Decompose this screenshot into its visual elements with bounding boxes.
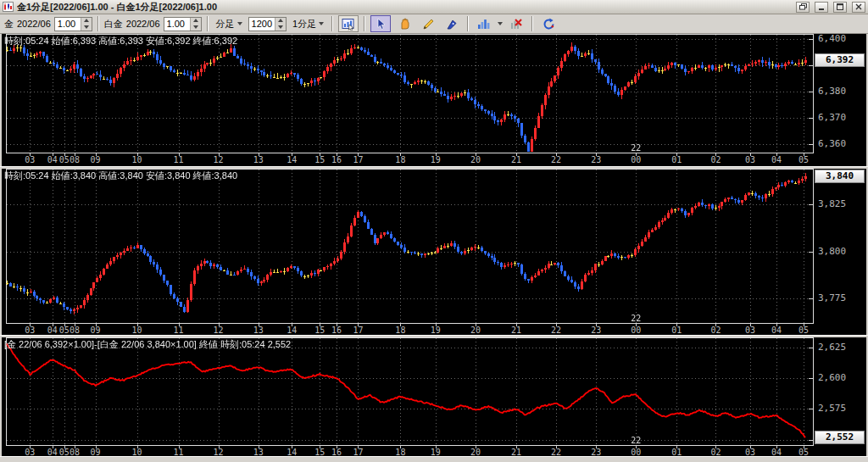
- x-axis-hour-label: 03: [745, 448, 755, 457]
- x-axis-hour-label: 14: [287, 448, 297, 457]
- x-axis-hour-label: 22: [551, 326, 561, 335]
- x-axis-hour-label: 01: [671, 448, 682, 457]
- x-axis-hour-label: 02: [710, 448, 721, 457]
- x-axis-hour-label: 20: [470, 448, 481, 457]
- x-axis-hour-label: 16: [331, 155, 342, 164]
- x-axis-hour-label: 08: [70, 448, 80, 457]
- y-axis-label: 6,380: [818, 86, 846, 97]
- y-axis-label: 3,825: [818, 198, 846, 209]
- x-axis-date-label: 22: [631, 436, 641, 445]
- x-axis-hour-label: 18: [395, 326, 405, 335]
- platinum-multiplier-spinner[interactable]: 1.00: [164, 17, 202, 31]
- gold-contract-month: 2022/06: [17, 19, 51, 29]
- x-axis-hour-label: 09: [91, 155, 101, 164]
- x-axis-hour-label: 04: [47, 326, 58, 335]
- platinum-plot-area: 時刻:05:24 始値:3,840 高値:3,840 安値:3,840 終値:3…: [2, 169, 814, 324]
- toolbar-separator: [97, 16, 99, 31]
- toolbar-separator: [531, 16, 533, 31]
- x-axis-hour-label: 02: [710, 155, 721, 164]
- chart-application-window: 金1分足[2022/06]1.00 - 白金1分足[2022/06]1.00 金…: [0, 0, 868, 462]
- x-axis-hour-label: 12: [214, 326, 224, 335]
- x-axis-hour-label: 10: [132, 326, 142, 335]
- gold-multiplier-value[interactable]: 1.00: [55, 18, 81, 31]
- x-axis-hour-label: 05: [59, 326, 70, 335]
- gold-multiplier-spinner[interactable]: 1.00: [54, 17, 92, 31]
- spread-price-axis: 2,6252,6002,5752,552: [814, 337, 868, 456]
- x-axis-hour-label: 01: [671, 326, 682, 335]
- delete-drawings-button[interactable]: [506, 15, 526, 32]
- pan-hand-button[interactable]: [394, 15, 415, 32]
- window-resize-strip: [0, 456, 868, 462]
- platinum-chart-canvas[interactable]: [2, 169, 814, 324]
- x-axis-hour-label: 13: [253, 155, 264, 164]
- gold-chart-canvas[interactable]: [2, 34, 814, 153]
- gold-chart-panel: 時刻:05:24 始値:6,393 高値:6,393 安値:6,392 終値:6…: [0, 34, 868, 166]
- x-axis-hour-label: 16: [331, 448, 342, 457]
- toolbar-separator: [467, 16, 469, 31]
- x-axis-hour-label: 05: [798, 326, 809, 335]
- x-axis-hour-label: 18: [395, 448, 405, 457]
- x-axis-hour-label: 17: [353, 155, 363, 164]
- gold-multiplier-arrows[interactable]: [81, 18, 92, 31]
- refresh-button[interactable]: [538, 15, 559, 32]
- platinum-symbol-label: 白金: [104, 18, 123, 31]
- platinum-multiplier-value[interactable]: 1.00: [164, 18, 190, 31]
- x-axis-hour-label: 22: [551, 155, 561, 164]
- spread-chart-panel: [金 22/06 6,392×1.00]-[白金 22/06 3,840×1.0…: [0, 337, 868, 456]
- pen-button[interactable]: [442, 15, 462, 32]
- y-axis-label: 3,775: [818, 292, 846, 303]
- x-axis-hour-label: 03: [745, 326, 755, 335]
- x-axis-hour-label: 19: [431, 448, 441, 457]
- x-axis-hour-label: 11: [173, 155, 183, 164]
- x-axis-hour-label: 15: [314, 448, 325, 457]
- spread-time-axis: 0304050809101112131415161718192021222300…: [2, 446, 814, 456]
- platinum-price-axis: 3,8253,8003,7753,840: [814, 169, 868, 335]
- bar-chart-dropdown-caret[interactable]: [498, 22, 503, 25]
- interval-dropdown[interactable]: 1分足: [290, 16, 326, 31]
- platinum-contract-month: 2022/06: [126, 19, 160, 29]
- spread-chart-canvas[interactable]: [2, 337, 814, 446]
- float-window-button[interactable]: [796, 2, 810, 13]
- x-axis-hour-label: 04: [771, 448, 782, 457]
- select-arrow-button[interactable]: [370, 15, 391, 32]
- x-axis-hour-label: 04: [47, 448, 58, 457]
- bar-chart-button[interactable]: [474, 15, 494, 32]
- x-axis-date-label: 22: [631, 314, 641, 323]
- x-axis-hour-label: 00: [631, 155, 641, 164]
- x-axis-hour-label: 18: [395, 155, 405, 164]
- title-bar: 金1分足[2022/06]1.00 - 白金1分足[2022/06]1.00: [0, 0, 868, 14]
- platinum-ohlc-readout: 時刻:05:24 始値:3,840 高値:3,840 安値:3,840 終値:3…: [4, 170, 237, 182]
- bar-count-arrows[interactable]: [275, 18, 286, 31]
- close-button[interactable]: [852, 2, 865, 13]
- x-axis-hour-label: 12: [214, 155, 224, 164]
- platinum-multiplier-arrows[interactable]: [190, 18, 201, 31]
- y-axis-label: 6,370: [818, 112, 846, 123]
- x-axis-hour-label: 01: [671, 155, 682, 164]
- x-axis-hour-label: 15: [314, 326, 325, 335]
- x-axis-hour-label: 10: [132, 448, 142, 457]
- bar-count-spinner[interactable]: 1200: [248, 17, 287, 31]
- x-axis-hour-label: 19: [431, 326, 441, 335]
- x-axis-hour-label: 11: [173, 448, 183, 457]
- pencil-button[interactable]: [418, 15, 438, 32]
- minimize-button[interactable]: [815, 2, 828, 13]
- y-axis-label: 6,360: [818, 138, 846, 149]
- x-axis-hour-label: 21: [511, 155, 521, 164]
- toolbar-separator: [364, 16, 365, 31]
- y-axis-label: 2,600: [818, 372, 846, 383]
- x-axis-hour-label: 23: [591, 448, 601, 457]
- bar-type-label: 分足: [216, 18, 235, 31]
- chart-mode-button[interactable]: [338, 15, 359, 32]
- x-axis-hour-label: 05: [59, 448, 70, 457]
- x-axis-hour-label: 20: [470, 326, 481, 335]
- gold-time-axis: 0304050809101112131415161718192021222300…: [2, 153, 814, 166]
- y-axis-label: 2,575: [818, 403, 846, 414]
- bar-count-value[interactable]: 1200: [249, 18, 275, 31]
- y-axis-label: 2,625: [818, 342, 846, 353]
- maximize-button[interactable]: [833, 2, 847, 13]
- x-axis-hour-label: 08: [70, 326, 80, 335]
- x-axis-hour-label: 13: [253, 326, 264, 335]
- last-price-badge: 6,392: [815, 53, 865, 67]
- x-axis-hour-label: 17: [353, 448, 363, 457]
- bar-type-dropdown[interactable]: 分足: [214, 16, 245, 31]
